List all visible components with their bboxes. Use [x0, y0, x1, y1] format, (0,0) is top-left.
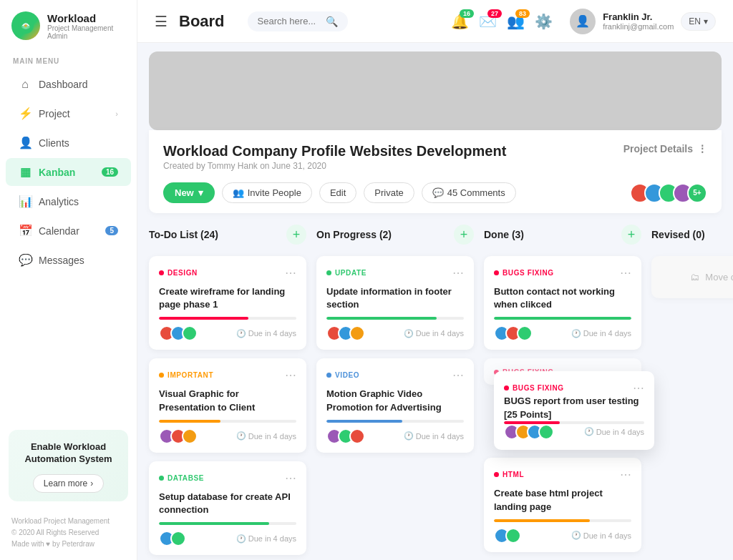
card-tag: UPDATE: [326, 269, 366, 277]
card-menu-button[interactable]: ⋯: [620, 468, 631, 481]
page-title: Board: [179, 12, 225, 31]
tag-dot: [494, 270, 499, 275]
edit-label: Edit: [330, 187, 346, 198]
column-revised-title: Revised (0): [651, 229, 705, 240]
card-todo-2: Important ⋯ Visual Graphic for Presentat…: [149, 358, 306, 452]
sidebar: Workload Project Management Admin Main M…: [0, 0, 137, 560]
card-due: 🕐 Due in 4 days: [236, 329, 296, 338]
sidebar-item-messages[interactable]: 💬 Messages: [6, 246, 131, 274]
menu-button[interactable]: ☰: [155, 13, 168, 30]
card-menu-button[interactable]: ⋯: [633, 381, 644, 395]
footer-line1: Workload Project Management: [11, 516, 125, 527]
private-button[interactable]: Private: [364, 182, 414, 203]
card-onprogress-2: Video ⋯ Motion Graphic Video Promotion f…: [316, 358, 474, 452]
card-title: Button contact not working when clikced: [494, 285, 631, 311]
logo-text: Workload Project Management Admin: [47, 12, 125, 40]
more-menu-icon: ⋮: [697, 143, 707, 154]
card-progress-fill: [159, 420, 220, 423]
sidebar-item-label: Analytics: [39, 196, 79, 207]
card-tag-row: BUGS FIXING ⋯: [494, 266, 631, 280]
edit-button[interactable]: Edit: [319, 182, 356, 203]
column-todo-add-button[interactable]: +: [286, 225, 306, 245]
tag-label: BUGS FIXING: [503, 269, 554, 277]
project-details-link[interactable]: Project Details ⋮: [623, 143, 707, 154]
project-title: Workload Company Profile Websites Develo…: [163, 143, 506, 159]
clock-icon: 🕐: [404, 431, 414, 441]
tag-dot: [159, 373, 164, 378]
card-progress-fill: [326, 420, 402, 423]
column-done-add-button[interactable]: +: [621, 225, 641, 245]
column-onprogress-add-button[interactable]: +: [454, 225, 474, 245]
sidebar-item-label: Project: [39, 108, 70, 119]
sidebar-item-label: Calendar: [39, 225, 79, 237]
card-tag-row: Important ⋯: [159, 368, 296, 382]
card-footer: 🕐 Due in 4 days: [494, 528, 631, 544]
chat-icon: 💬: [19, 253, 31, 267]
project-actions: New ▾ 👥 Invite People Edit Private 💬 45 …: [163, 182, 707, 203]
card-progress-bar: [494, 317, 631, 320]
sidebar-item-kanban[interactable]: ▦ Kanban 16: [6, 158, 131, 186]
card-title: Create wireframe for landing page phase …: [159, 285, 296, 311]
card-tag: BUGS FIXING: [504, 384, 564, 392]
card-menu-button[interactable]: ⋯: [285, 368, 296, 382]
sidebar-item-dashboard[interactable]: ⌂ Dashboard: [6, 71, 131, 98]
card-avatar: [505, 528, 521, 544]
card-menu-button[interactable]: ⋯: [452, 266, 464, 280]
card-menu-button[interactable]: ⋯: [452, 368, 464, 382]
share-button[interactable]: 👥 83: [507, 13, 525, 30]
card-progress-fill: [494, 317, 631, 320]
app-subtitle: Project Management Admin: [47, 24, 125, 40]
column-onprogress-title: On Progress (2): [316, 229, 392, 240]
notification-bell-button[interactable]: 🔔 16: [451, 13, 469, 30]
card-due: 🕐 Due in 4 days: [584, 427, 644, 436]
clock-icon: 🕐: [236, 431, 246, 441]
card-tag: Video: [326, 371, 359, 379]
column-revised: Revised (0) + 🗂 Move card here: [651, 225, 733, 298]
invite-people-button[interactable]: 👥 Invite People: [222, 182, 312, 203]
due-label: Due in 4 days: [248, 329, 296, 338]
sidebar-item-label: Kanban: [39, 167, 75, 178]
new-button[interactable]: New ▾: [163, 182, 215, 203]
language-button[interactable]: EN ▾: [681, 12, 716, 31]
card-avatars: [159, 325, 198, 341]
tag-label: Video: [335, 371, 359, 379]
card-menu-button[interactable]: ⋯: [285, 266, 296, 280]
card-progress-bar: [326, 420, 464, 423]
sidebar-item-clients[interactable]: 👤 Clients: [6, 129, 131, 157]
card-title: Motion Graphic Video Promotion for Adver…: [326, 388, 464, 413]
page-content: Workload Company Profile Websites Develo…: [137, 43, 733, 560]
search-input[interactable]: [258, 16, 320, 26]
card-avatars: [494, 325, 533, 341]
clock-icon: 🕐: [236, 329, 246, 338]
due-label: Due in 4 days: [583, 329, 631, 338]
svg-point-3: [24, 24, 26, 26]
share-badge: 83: [515, 9, 530, 18]
private-label: Private: [374, 187, 403, 198]
settings-button[interactable]: ⚙️: [535, 13, 553, 30]
email-button[interactable]: ✉️ 27: [479, 13, 497, 30]
clock-icon: 🕐: [584, 427, 594, 436]
lang-label: EN: [689, 16, 701, 26]
sidebar-item-calendar[interactable]: 📅 Calendar 5: [6, 217, 131, 245]
email-badge: 27: [487, 9, 502, 18]
comments-button[interactable]: 💬 45 Comments: [422, 182, 516, 203]
sidebar-item-analytics[interactable]: 📊 Analytics: [6, 187, 131, 215]
project-details-label: Project Details: [623, 143, 693, 154]
card-menu-button[interactable]: ⋯: [620, 266, 631, 280]
card-menu-button[interactable]: ⋯: [285, 471, 296, 485]
card-title: Create base html project landing page: [494, 487, 631, 513]
card-title: BUGS report from user testing [25 Points…: [504, 395, 644, 421]
sidebar-footer: Workload Project Management © 2020 All R…: [0, 509, 137, 560]
tag-dot: [494, 472, 499, 477]
sidebar-item-project[interactable]: ⚡ Project ›: [6, 99, 131, 127]
card-avatar: [538, 424, 554, 440]
card-done-3: HTML ⋯ Create base html project landing …: [484, 458, 641, 551]
card-due: 🕐 Due in 4 days: [404, 329, 464, 338]
learn-more-button[interactable]: Learn more ›: [33, 474, 104, 493]
card-todo-3: Databse ⋯ Setup database for create API …: [149, 461, 306, 555]
calendar-badge: 5: [105, 226, 118, 235]
card-footer: 🕐 Due in 4 days: [326, 325, 464, 341]
main-content: ☰ Board 🔍 🔔 16 ✉️ 27 👥 83 ⚙️ 👤 F: [137, 0, 733, 560]
card-avatar: [182, 325, 198, 341]
card-tag: Important: [159, 371, 213, 379]
